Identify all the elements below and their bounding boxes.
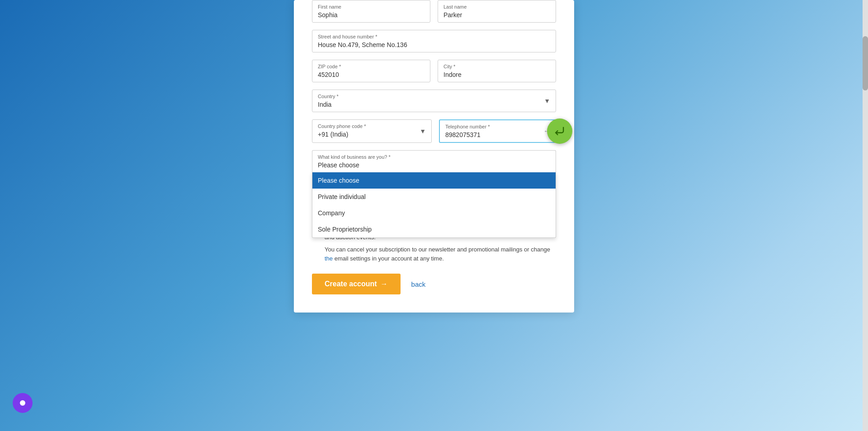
street-label: Street and house number * bbox=[318, 34, 550, 39]
telephone-field[interactable]: Telephone number * 8982075371 ← bbox=[439, 119, 556, 143]
newsletter-sub-text: You can cancel your subscription to our … bbox=[325, 245, 556, 263]
registration-form: First name Sophia Last name Parker Stree… bbox=[294, 0, 574, 313]
phone-code-dropdown-arrow: ▼ bbox=[420, 128, 426, 135]
city-value: Indore bbox=[443, 71, 550, 78]
back-link[interactable]: back bbox=[411, 280, 426, 288]
country-row: Country * India ▼ bbox=[312, 90, 556, 112]
actions-row: Create account → back bbox=[312, 274, 556, 294]
last-name-label: Last name bbox=[443, 4, 550, 9]
last-name-value: Parker bbox=[443, 11, 550, 19]
dropdown-option-private-individual[interactable]: Private individual bbox=[312, 189, 556, 205]
create-account-button[interactable]: Create account → bbox=[312, 274, 401, 294]
name-row: First name Sophia Last name Parker bbox=[312, 0, 556, 23]
last-name-field[interactable]: Last name Parker bbox=[438, 0, 556, 23]
phone-row: Country phone code * +91 (India) ▼ Telep… bbox=[312, 119, 556, 143]
country-value: India bbox=[318, 101, 550, 108]
business-value: Please choose bbox=[318, 161, 550, 169]
chat-widget[interactable] bbox=[13, 393, 33, 413]
country-phone-code-label: Country phone code * bbox=[318, 123, 413, 129]
zip-value: 452010 bbox=[318, 71, 425, 78]
business-row: What kind of business are you? * Please … bbox=[312, 150, 556, 172]
country-phone-code-field[interactable]: Country phone code * +91 (India) ▼ bbox=[312, 119, 432, 143]
street-value: House No.479, Scheme No.136 bbox=[318, 41, 550, 48]
street-field[interactable]: Street and house number * House No.479, … bbox=[312, 30, 556, 52]
telephone-label: Telephone number * bbox=[445, 124, 541, 129]
country-field[interactable]: Country * India ▼ bbox=[312, 90, 556, 112]
first-name-label: First name bbox=[318, 4, 425, 9]
business-dropdown-list: Please choose Private individual Company… bbox=[312, 172, 556, 238]
dropdown-option-please-choose[interactable]: Please choose bbox=[312, 172, 556, 189]
business-label: What kind of business are you? * bbox=[318, 154, 550, 160]
street-row: Street and house number * House No.479, … bbox=[312, 30, 556, 52]
zip-city-row: ZIP code * 452010 City * Indore bbox=[312, 60, 556, 82]
country-label: Country * bbox=[318, 94, 550, 99]
chat-widget-icon bbox=[20, 400, 25, 406]
zip-label: ZIP code * bbox=[318, 64, 425, 69]
country-phone-code-value: +91 (India) bbox=[318, 131, 413, 138]
city-label: City * bbox=[443, 64, 550, 69]
scrollbar-thumb[interactable] bbox=[863, 36, 868, 90]
first-name-value: Sophia bbox=[318, 11, 425, 19]
zip-field[interactable]: ZIP code * 452010 bbox=[312, 60, 430, 82]
dropdown-option-sole-proprietorship[interactable]: Sole Proprietorship bbox=[312, 221, 556, 237]
scrollbar[interactable] bbox=[863, 0, 868, 431]
business-field[interactable]: What kind of business are you? * Please … bbox=[312, 150, 556, 172]
telephone-value: 8982075371 bbox=[445, 131, 541, 138]
first-name-field[interactable]: First name Sophia bbox=[312, 0, 430, 23]
create-account-label: Create account bbox=[325, 280, 377, 288]
arrow-return-icon bbox=[553, 125, 566, 137]
dropdown-option-company[interactable]: Company bbox=[312, 205, 556, 221]
arrow-right-icon: → bbox=[381, 280, 388, 288]
country-dropdown-arrow: ▼ bbox=[544, 97, 550, 104]
newsletter-link[interactable]: the bbox=[325, 255, 333, 262]
green-action-button[interactable] bbox=[547, 118, 572, 144]
city-field[interactable]: City * Indore bbox=[438, 60, 556, 82]
